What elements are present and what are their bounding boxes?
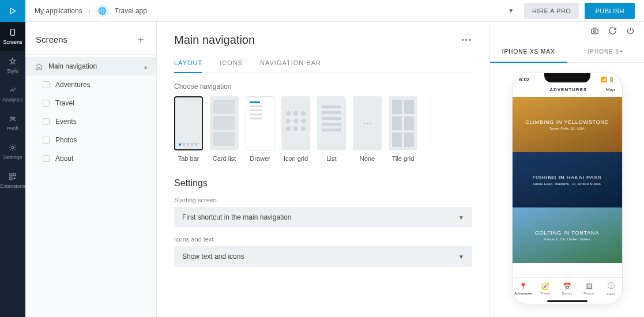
starting-screen-select[interactable]: First shortcut in the main navigation ▼ xyxy=(174,207,472,228)
top-bar: My applications › 🌐 Travel app ▼ HIRE A … xyxy=(25,0,644,22)
screen-row-about[interactable]: About xyxy=(25,149,156,168)
navopt-drawer[interactable]: Drawer xyxy=(246,96,274,162)
navopt-label: Tile grid xyxy=(392,155,415,162)
brand-logo[interactable] xyxy=(0,0,25,22)
tab-icons[interactable]: ICONS xyxy=(220,59,243,73)
navopt-label: Tab bar xyxy=(178,155,199,162)
analytics-icon xyxy=(8,85,17,95)
card-title: CLIMBING IN YELLOWSTONE xyxy=(525,119,608,125)
screenshot-icon[interactable] xyxy=(590,27,599,37)
rail-settings[interactable]: Settings xyxy=(0,137,25,166)
screen-label: Photos xyxy=(55,136,77,144)
rail-analytics[interactable]: Analytics xyxy=(0,80,25,108)
refresh-icon[interactable] xyxy=(608,27,617,37)
navopt-tab-bar[interactable]: Tab bar xyxy=(174,96,203,162)
rail-label: Settings xyxy=(3,154,22,160)
icons-text-select[interactable]: Show text and icons ▼ xyxy=(174,246,472,267)
calendar-icon: 📅 xyxy=(563,282,571,290)
account-dropdown-icon[interactable]: ▼ xyxy=(508,7,514,14)
publish-button[interactable]: PUBLISH xyxy=(585,3,635,19)
navopt-label: Icon grid xyxy=(284,155,308,162)
rail-label: Extensions xyxy=(0,183,25,189)
phone-preview: 6:02 📶 🔋 ADVENTURES Map CLIMBING IN YELL… xyxy=(513,73,622,304)
settings-heading: Settings xyxy=(174,178,472,188)
svg-point-1 xyxy=(10,117,13,119)
rail-style[interactable]: Style xyxy=(0,51,25,80)
navopt-label: None xyxy=(360,155,375,162)
screen-row-travel[interactable]: Travel xyxy=(25,94,156,112)
tab-navigation-bar[interactable]: NAVIGATION BAR xyxy=(260,59,321,73)
travel-icon: 🧭 xyxy=(541,282,549,290)
rail-screens[interactable]: Screens xyxy=(0,22,25,51)
preview-tab-iphone-8-plus[interactable]: IPHONE 8+ xyxy=(567,41,645,62)
screen-label: Adventures xyxy=(55,81,91,89)
select-value: First shortcut in the main navigation xyxy=(182,213,291,221)
page-icon xyxy=(43,118,50,125)
preview-card[interactable]: FISHING IN HAKAI PASSHakai Loop, Waipahu… xyxy=(513,152,622,207)
page-icon xyxy=(43,100,50,107)
navopt-label: List xyxy=(326,155,336,162)
breadcrumb-app[interactable]: Travel app xyxy=(115,7,147,15)
app-icon: 🌐 xyxy=(96,5,109,17)
status-icons: 📶 🔋 xyxy=(601,77,615,82)
tabbar-item[interactable]: ⓘAbout xyxy=(600,278,622,299)
style-icon xyxy=(8,56,17,66)
preview-panel: IPHONE XS MAX IPHONE 8+ 6:02 📶 🔋 ADVENTU… xyxy=(489,22,644,317)
screen-row-adventures[interactable]: Adventures xyxy=(25,76,156,94)
preview-header-map[interactable]: Map xyxy=(606,87,615,92)
chevron-right-icon: › xyxy=(88,7,91,15)
tabbar-item[interactable]: 📅Events xyxy=(556,278,578,299)
preview-tab-iphone-xs-max[interactable]: IPHONE XS MAX xyxy=(490,41,567,63)
tabbar-item[interactable]: 🖼Photos xyxy=(578,278,600,299)
screen-row-photos[interactable]: Photos xyxy=(25,131,156,149)
breadcrumb-root[interactable]: My applications xyxy=(35,7,82,15)
starting-screen-label: Starting screen xyxy=(174,197,472,203)
navopt-label: Card list xyxy=(213,155,236,162)
navopt-icon-grid[interactable]: Icon grid xyxy=(281,96,310,162)
rail-label: Screens xyxy=(3,39,22,45)
home-indicator xyxy=(547,300,587,302)
extensions-icon xyxy=(8,172,17,181)
screens-panel: Screens ＋ Main navigation ▴ Adventures T… xyxy=(25,22,157,317)
rail-extensions[interactable]: Extensions xyxy=(0,166,25,195)
navopt-card-list[interactable]: Card list xyxy=(210,96,239,162)
home-icon xyxy=(35,62,43,70)
tabbar-item[interactable]: 🧭Travel xyxy=(534,278,556,299)
svg-point-8 xyxy=(594,30,596,32)
add-screen-button[interactable]: ＋ xyxy=(135,32,146,46)
navopt-tile-grid[interactable]: Tile grid xyxy=(389,96,417,162)
power-icon[interactable] xyxy=(626,27,635,37)
more-options-button[interactable]: ••• xyxy=(461,36,472,44)
preview-card[interactable]: CLIMBING IN YELLOWSTONETower Falls, ID, … xyxy=(513,97,622,152)
navopt-list[interactable]: List xyxy=(317,96,346,162)
photos-icon: 🖼 xyxy=(586,282,593,290)
tabbar-label: Photos xyxy=(583,292,594,295)
screens-title: Screens xyxy=(36,35,67,44)
tabbar-label: Adventures xyxy=(514,292,532,295)
editor-panel: Main navigation ••• LAYOUT ICONS NAVIGAT… xyxy=(157,22,489,317)
screen-row-events[interactable]: Events xyxy=(25,112,156,131)
page-icon xyxy=(43,155,50,162)
tabbar-label: Events xyxy=(562,292,572,295)
svg-rect-0 xyxy=(11,29,15,36)
rail-push[interactable]: Push xyxy=(0,108,25,137)
screen-label: Main navigation xyxy=(48,62,97,70)
tab-layout[interactable]: LAYOUT xyxy=(174,59,202,73)
gear-icon xyxy=(8,143,17,152)
page-icon xyxy=(43,81,50,88)
card-title: FISHING IN HAKAI PASS xyxy=(532,175,601,180)
card-title: GOLFING IN FONTANA xyxy=(535,230,599,236)
svg-rect-5 xyxy=(13,173,16,176)
hire-a-pro-button[interactable]: HIRE A PRO xyxy=(524,3,579,19)
tabbar-label: About xyxy=(607,292,616,296)
rail-label: Analytics xyxy=(2,97,23,103)
screen-row-main-navigation[interactable]: Main navigation ▴ xyxy=(25,57,156,76)
tabbar-item[interactable]: 📍Adventures xyxy=(513,278,534,299)
svg-point-2 xyxy=(13,117,15,119)
card-subtitle: Fontana, CA, United States xyxy=(544,237,590,241)
preview-card[interactable]: GOLFING IN FONTANAFontana, CA, United St… xyxy=(513,207,622,263)
card-subtitle: Hakai Loop, Waipahu, HI, United States xyxy=(533,182,601,186)
svg-rect-4 xyxy=(10,173,12,176)
navopt-none[interactable]: None xyxy=(353,96,382,162)
navopt-label: Drawer xyxy=(250,155,270,162)
